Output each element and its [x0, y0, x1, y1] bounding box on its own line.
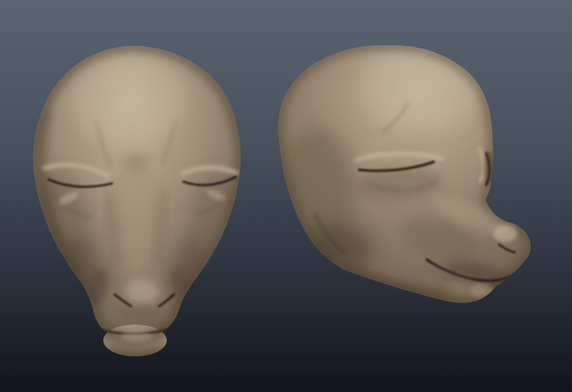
three-quarter-head-nose-highlight [493, 225, 517, 242]
front-head-glabella-shadow [123, 153, 149, 172]
front-head-chin-highlight [121, 331, 153, 342]
front-head-forehead-highlight [72, 58, 187, 145]
front-head-nose-bridge-light [121, 183, 153, 286]
front-head-nose-tip-highlight [125, 279, 160, 305]
sculpt-viewport[interactable] [0, 0, 572, 392]
front-head-under-nose-shadow [118, 307, 163, 321]
viewport-canvas[interactable] [0, 0, 572, 392]
